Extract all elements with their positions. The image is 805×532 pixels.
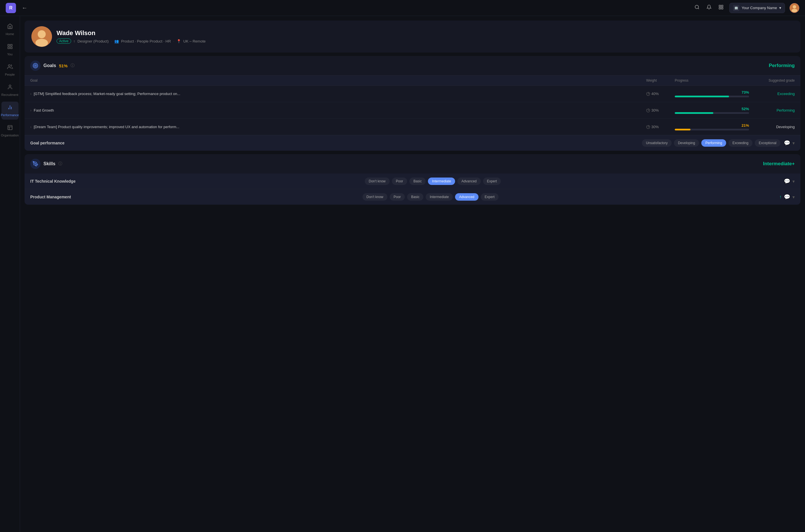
location-icon: 📍 (177, 39, 181, 43)
skill-btn-advanced-0[interactable]: Advanced (457, 177, 480, 185)
progress-bar-bg-1 (675, 112, 749, 114)
skill-comment-icon-1[interactable]: 💬 (784, 194, 790, 200)
skill-btn-intermediate-1[interactable]: Intermediate (426, 193, 453, 201)
sidebar-label-organisation: Organisation (1, 134, 19, 137)
progress-pct-1: 52% (742, 107, 749, 111)
goal-expand-1[interactable]: › Fast Growth (30, 108, 646, 112)
goal-progress-0: 73% (675, 90, 749, 97)
user-avatar[interactable] (790, 3, 799, 13)
logo-button[interactable]: R (6, 3, 16, 13)
grid-button[interactable] (717, 3, 725, 12)
svg-line-1 (698, 8, 699, 9)
sidebar-item-home[interactable]: Home (1, 21, 19, 39)
you-icon (7, 44, 13, 51)
sidebar-item-people[interactable]: People (1, 61, 19, 79)
skill-expand-icon-0[interactable]: ▾ (792, 179, 795, 184)
goals-table: › [GTM] Simplified feedback process; Mar… (24, 86, 801, 135)
skill-buttons-0: Don't knowPoorBasicIntermediateAdvancedE… (365, 177, 501, 185)
perf-btn-unsatisfactory[interactable]: Unsatisfactory (642, 139, 672, 147)
goal-progress-1: 52% (675, 107, 749, 114)
profile-location: UK – Remote (183, 39, 206, 43)
svg-rect-18 (8, 126, 12, 130)
goal-expand-0[interactable]: › [GTM] Simplified feedback process; Mar… (30, 92, 646, 96)
skill-expand-icon-1[interactable]: ▾ (792, 194, 795, 200)
goals-info-icon[interactable]: ⓘ (71, 63, 75, 68)
svg-point-14 (9, 85, 11, 87)
progress-pct-0: 73% (742, 90, 749, 94)
skill-btn-intermediate-0[interactable]: Intermediate (428, 177, 455, 185)
skills-title: Skills (43, 161, 55, 166)
expand-icon[interactable]: ▾ (792, 140, 795, 146)
perf-btn-performing[interactable]: Performing (701, 139, 726, 147)
sidebar-label-people: People (5, 73, 15, 76)
svg-rect-12 (10, 47, 12, 49)
goal-grade-0: Exceeding (749, 92, 795, 96)
skill-btn-don-t-know-1[interactable]: Don't know (363, 193, 387, 201)
goal-row: › Fast Growth 30% 52% Performing (24, 102, 801, 119)
svg-rect-11 (8, 47, 10, 49)
performance-buttons: UnsatisfactoryDevelopingPerformingExceed… (642, 139, 781, 147)
skill-btn-basic-0[interactable]: Basic (409, 177, 426, 185)
sidebar-item-performance[interactable]: Performance (1, 101, 19, 119)
goal-progress-2: 21% (675, 123, 749, 130)
svg-rect-4 (719, 8, 720, 9)
svg-rect-2 (719, 5, 720, 6)
skills-section: Skills ⓘ Intermediate+ IT Technical Know… (24, 154, 801, 205)
skill-name-0: IT Technical Knowledge (30, 179, 82, 184)
back-button[interactable]: ← (19, 3, 30, 12)
skill-comment-icon-0[interactable]: 💬 (784, 178, 790, 184)
svg-point-26 (35, 65, 36, 66)
goal-text-2: [Dream Team] Product quality improvement… (34, 125, 179, 129)
skill-row-1: Product Management Don't knowPoorBasicIn… (24, 189, 801, 205)
chevron-right-icon: › (30, 109, 32, 112)
skill-btn-expert-0[interactable]: Expert (483, 177, 501, 185)
progress-bar-fill-0 (675, 96, 729, 97)
svg-point-27 (35, 163, 36, 164)
perf-btn-exceeding[interactable]: Exceeding (729, 139, 752, 147)
col-suggested-grade: Suggested grade (749, 78, 795, 82)
svg-rect-10 (10, 44, 12, 46)
sidebar-item-you[interactable]: You (1, 41, 19, 59)
role-icon: ↑ (73, 39, 75, 43)
sidebar-label-recruitment: Recruitment (1, 93, 18, 96)
profile-role: Designer (Product) (77, 39, 109, 43)
skill-btn-expert-1[interactable]: Expert (481, 193, 499, 201)
goal-expand-2[interactable]: › [Dream Team] Product quality improveme… (30, 125, 646, 129)
progress-bar-bg-2 (675, 129, 749, 130)
sidebar-label-you: You (7, 53, 13, 56)
goal-weight-2: 30% (646, 125, 675, 129)
top-header: R ← 🏢 Your Company Name ▾ (0, 0, 805, 16)
progress-bar-fill-2 (675, 129, 691, 130)
company-logo-icon: 🏢 (733, 5, 739, 11)
col-goal: Goal (30, 78, 646, 82)
search-button[interactable] (693, 3, 701, 12)
sidebar-item-recruitment[interactable]: Recruitment (1, 81, 19, 99)
skill-buttons-1: Don't knowPoorBasicIntermediateAdvancedE… (363, 193, 498, 201)
perf-btn-exceptional[interactable]: Exceptional (755, 139, 781, 147)
status-badge: Active (57, 39, 71, 44)
content-area: Wade Wilson Active ↑ Designer (Product) … (20, 16, 805, 532)
skill-btn-poor-0[interactable]: Poor (392, 177, 407, 185)
perf-btn-developing[interactable]: Developing (674, 139, 699, 147)
company-selector[interactable]: 🏢 Your Company Name ▾ (729, 3, 785, 13)
skills-info-icon[interactable]: ⓘ (58, 161, 62, 166)
svg-rect-9 (8, 44, 10, 46)
up-arrow-icon[interactable]: ↑ (779, 194, 782, 200)
col-progress: Progress (675, 78, 749, 82)
svg-rect-5 (721, 8, 723, 9)
comment-icon[interactable]: 💬 (784, 140, 790, 146)
profile-team: Product · People Product · HR (121, 39, 171, 43)
svg-point-8 (791, 9, 797, 12)
header-left: R ← (6, 3, 30, 13)
skill-btn-basic-1[interactable]: Basic (407, 193, 423, 201)
sidebar-item-organisation[interactable]: Organisation (1, 122, 19, 140)
skill-btn-poor-1[interactable]: Poor (390, 193, 405, 201)
svg-point-0 (695, 5, 698, 8)
skill-btn-advanced-1[interactable]: Advanced (455, 193, 478, 201)
goal-performance-label: Goal performance (30, 141, 65, 145)
goals-title: Goals (43, 63, 56, 68)
notifications-button[interactable] (705, 3, 713, 12)
skill-name-1: Product Management (30, 195, 82, 199)
skill-btn-don-t-know-0[interactable]: Don't know (365, 177, 390, 185)
sidebar-label-performance: Performance (1, 113, 19, 117)
